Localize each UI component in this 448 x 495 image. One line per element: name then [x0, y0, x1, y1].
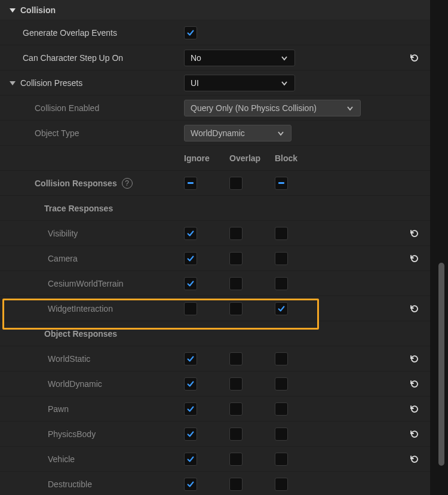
reset-button-can-step-up[interactable]: [409, 52, 421, 64]
reset-button[interactable]: [409, 253, 421, 265]
col-header-ignore: Ignore: [184, 153, 229, 163]
checkbox-block[interactable]: [275, 277, 288, 290]
row-object-type: Object Type WorldDynamic: [0, 121, 430, 146]
chevron-down-icon: [280, 79, 289, 87]
reset-button[interactable]: [409, 428, 421, 440]
label-collision-responses: Collision Responses: [35, 179, 117, 188]
object-response-row: PhysicsBody: [0, 422, 430, 447]
checkbox-ignore[interactable]: [184, 377, 197, 391]
checkbox-ignore[interactable]: [184, 428, 197, 441]
object-response-row: WorldDynamic: [0, 371, 430, 396]
trace-response-row: CesiumWorldTerrain: [0, 271, 430, 296]
col-header-overlap: Overlap: [229, 153, 275, 163]
checkbox-overlap[interactable]: [229, 402, 243, 416]
trace-response-label: CesiumWorldTerrain: [48, 279, 124, 288]
reset-button[interactable]: [409, 303, 421, 315]
label-can-step-up: Can Character Step Up On: [23, 53, 123, 63]
object-response-row: Vehicle: [0, 447, 430, 472]
dropdown-value: WorldDynamic: [191, 128, 245, 138]
col-header-block: Block: [275, 153, 320, 163]
object-response-row: Destructible: [0, 472, 430, 495]
checkbox-block[interactable]: [275, 227, 288, 240]
svg-marker-1: [10, 81, 16, 85]
dropdown-value: Query Only (No Physics Collision): [191, 103, 317, 113]
checkbox-block[interactable]: [275, 428, 288, 441]
checkbox-overlap-all[interactable]: [229, 177, 243, 190]
reset-button[interactable]: [409, 453, 421, 465]
checkbox-ignore[interactable]: [184, 402, 197, 416]
row-collision-responses: Collision Responses ?: [0, 171, 430, 196]
trace-response-row: Camera: [0, 246, 430, 271]
checkbox-block[interactable]: [275, 252, 288, 265]
checkbox-ignore[interactable]: [184, 252, 197, 265]
chevron-down-icon: [277, 129, 285, 137]
reset-button[interactable]: [409, 353, 421, 365]
checkbox-overlap[interactable]: [229, 352, 243, 365]
object-response-label: PhysicsBody: [48, 429, 96, 439]
checkbox-block[interactable]: [275, 453, 288, 466]
checkbox-block-all[interactable]: [275, 177, 288, 190]
checkbox-overlap[interactable]: [229, 302, 243, 315]
dropdown-collision-presets[interactable]: UI: [184, 75, 295, 91]
dropdown-object-type[interactable]: WorldDynamic: [184, 125, 291, 142]
object-response-row: Pawn: [0, 396, 430, 422]
reset-button[interactable]: [409, 403, 421, 415]
checkbox-overlap[interactable]: [229, 428, 243, 441]
checkbox-overlap[interactable]: [229, 478, 243, 491]
section-title: Collision: [20, 5, 56, 15]
checkbox-overlap[interactable]: [229, 227, 243, 240]
object-response-label: WorldDynamic: [48, 379, 102, 389]
row-collision-enabled: Collision Enabled Query Only (No Physics…: [0, 96, 430, 121]
checkbox-ignore[interactable]: [184, 302, 197, 315]
object-response-row: WorldStatic: [0, 346, 430, 371]
checkbox-ignore[interactable]: [184, 277, 197, 290]
label-object-responses: Object Responses: [44, 329, 117, 339]
object-response-label: Pawn: [48, 404, 69, 414]
label-collision-enabled: Collision Enabled: [35, 103, 99, 113]
checkbox-overlap[interactable]: [229, 277, 243, 290]
checkbox-block[interactable]: [275, 352, 288, 365]
checkbox-overlap[interactable]: [229, 377, 243, 391]
row-collision-presets: Collision Presets UI: [0, 70, 430, 96]
checkbox-block[interactable]: [275, 302, 288, 315]
checkbox-overlap[interactable]: [229, 453, 243, 466]
triangle-down-icon[interactable]: [8, 79, 17, 87]
chevron-down-icon: [280, 54, 289, 62]
trace-response-row: WidgetInteraction: [0, 296, 430, 321]
dropdown-value: No: [191, 53, 201, 63]
checkbox-overlap[interactable]: [229, 252, 243, 265]
svg-marker-0: [10, 8, 16, 13]
reset-button[interactable]: [409, 378, 421, 390]
trace-response-row: Visibility: [0, 221, 430, 246]
label-generate-overlap: Generate Overlap Events: [23, 28, 117, 38]
row-trace-responses-header: Trace Responses: [0, 196, 430, 221]
trace-response-label: WidgetInteraction: [48, 304, 113, 313]
row-object-responses-header: Object Responses: [0, 321, 430, 346]
section-header-collision[interactable]: Collision: [0, 0, 430, 20]
label-object-type: Object Type: [35, 128, 79, 138]
chevron-down-icon: [346, 104, 354, 112]
dropdown-collision-enabled[interactable]: Query Only (No Physics Collision): [184, 100, 361, 116]
checkbox-ignore[interactable]: [184, 352, 197, 365]
object-response-label: WorldStatic: [48, 354, 90, 364]
checkbox-ignore-all[interactable]: [184, 177, 197, 190]
row-generate-overlap-events: Generate Overlap Events: [0, 20, 430, 45]
checkbox-generate-overlap[interactable]: [184, 26, 197, 39]
details-panel: Collision Generate Overlap Events Can Ch…: [0, 0, 430, 495]
trace-response-label: Visibility: [48, 229, 78, 238]
checkbox-block[interactable]: [275, 478, 288, 491]
scrollbar-thumb[interactable]: [438, 263, 444, 466]
checkbox-block[interactable]: [275, 402, 288, 416]
checkbox-ignore[interactable]: [184, 227, 197, 240]
reset-button[interactable]: [409, 227, 421, 239]
row-response-headers: Ignore Overlap Block: [0, 146, 430, 171]
checkbox-block[interactable]: [275, 377, 288, 391]
object-response-label: Vehicle: [48, 454, 75, 464]
triangle-down-icon: [8, 6, 17, 14]
checkbox-ignore[interactable]: [184, 478, 197, 491]
help-icon[interactable]: ?: [122, 178, 133, 189]
object-response-label: Destructible: [48, 479, 92, 489]
dropdown-can-step-up[interactable]: No: [184, 50, 295, 66]
checkbox-ignore[interactable]: [184, 453, 197, 466]
label-trace-responses: Trace Responses: [44, 204, 113, 213]
